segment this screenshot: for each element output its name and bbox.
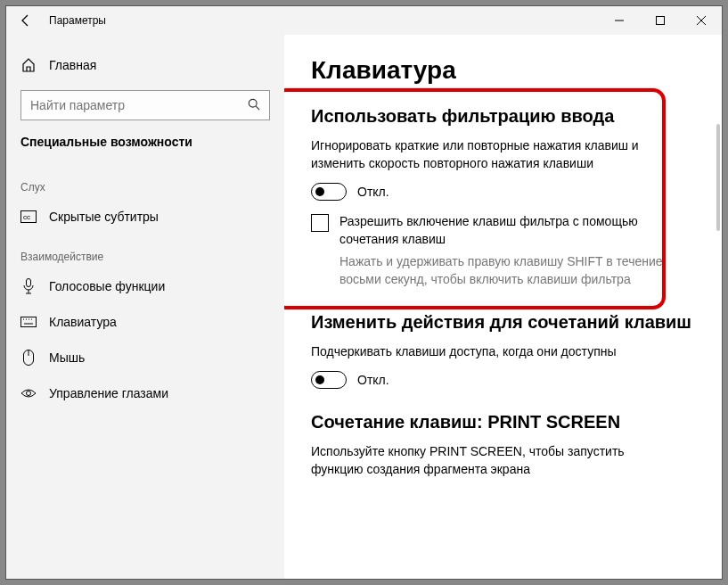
close-button[interactable]	[681, 6, 722, 35]
filter-desc: Игнорировать краткие или повторные нажат…	[311, 137, 650, 172]
section-filter-keys: Использовать фильтрацию ввода Игнорирова…	[311, 106, 695, 289]
underline-toggle-state: Откл.	[357, 373, 389, 387]
underline-toggle[interactable]	[311, 371, 347, 389]
nav-item-label: Скрытые субтитры	[49, 210, 159, 224]
svg-text:cc: cc	[23, 213, 30, 221]
close-icon	[697, 16, 706, 25]
group-label-interaction: Взаимодействие	[6, 235, 284, 268]
arrow-left-icon	[19, 13, 33, 28]
minimize-icon	[615, 16, 624, 25]
window-controls	[599, 6, 722, 35]
printscreen-heading: Сочетание клавиш: PRINT SCREEN	[311, 412, 695, 433]
search-input[interactable]	[30, 98, 248, 112]
settings-window: Параметры Главная Специальные возможност…	[5, 5, 723, 580]
nav-home-label: Главная	[49, 58, 96, 72]
printscreen-desc: Используйте кнопку PRINT SCREEN, чтобы з…	[311, 443, 650, 478]
nav-captions[interactable]: cc Скрытые субтитры	[6, 199, 284, 235]
maximize-button[interactable]	[640, 6, 681, 35]
group-label-hearing: Слух	[6, 165, 284, 199]
page-title: Клавиатура	[311, 56, 695, 85]
section-printscreen: Сочетание клавиш: PRINT SCREEN Используй…	[311, 412, 695, 478]
toggle-knob	[315, 375, 324, 384]
nav-home[interactable]: Главная	[6, 47, 284, 83]
svg-rect-8	[27, 279, 31, 287]
filter-heading: Использовать фильтрацию ввода	[311, 106, 695, 127]
filter-toggle-state: Откл.	[357, 185, 389, 199]
filter-shortcut-checkbox[interactable]	[311, 214, 329, 232]
home-icon	[20, 58, 37, 72]
nav-mouse[interactable]: Мышь	[6, 340, 284, 375]
search-icon	[248, 98, 260, 113]
nav-item-label: Управление глазами	[49, 386, 168, 400]
minimize-button[interactable]	[599, 6, 640, 35]
svg-rect-1	[657, 17, 665, 25]
maximize-icon	[656, 16, 665, 25]
content-pane: Клавиатура Использовать фильтрацию ввода…	[284, 35, 722, 579]
nav-item-label: Клавиатура	[49, 315, 117, 329]
keyboard-icon	[20, 314, 37, 330]
svg-line-5	[256, 106, 259, 110]
section-shortcut-behavior: Изменить действия для сочетаний клавиш П…	[311, 312, 695, 390]
titlebar: Параметры	[6, 6, 722, 35]
svg-point-4	[249, 99, 257, 107]
scrollbar-thumb[interactable]	[716, 124, 720, 231]
svg-point-17	[27, 391, 31, 396]
app-title: Параметры	[49, 14, 106, 27]
nav-item-label: Мышь	[49, 350, 85, 365]
eye-icon	[20, 385, 37, 401]
toggle-knob	[315, 187, 324, 196]
search-input-wrap[interactable]	[20, 90, 270, 120]
sidebar: Главная Специальные возможности Слух cc …	[6, 35, 284, 579]
microphone-icon	[20, 278, 37, 294]
nav-eye-control[interactable]: Управление глазами	[6, 375, 284, 411]
nav-speech[interactable]: Голосовые функции	[6, 268, 284, 304]
back-button[interactable]	[6, 6, 45, 35]
filter-toggle[interactable]	[311, 183, 347, 201]
nav-keyboard[interactable]: Клавиатура	[6, 304, 284, 340]
nav-item-label: Голосовые функции	[49, 279, 165, 293]
svg-rect-9	[21, 317, 37, 327]
shortcut-heading: Изменить действия для сочетаний клавиш	[311, 312, 695, 333]
mouse-icon	[20, 350, 37, 366]
category-title: Специальные возможности	[6, 133, 284, 165]
filter-checkbox-label: Разрешить включение клавиш фильтра с пом…	[339, 213, 667, 248]
filter-checkbox-hint: Нажать и удерживать правую клавишу SHIFT…	[339, 253, 669, 288]
captions-icon: cc	[20, 209, 37, 225]
shortcut-desc: Подчеркивать клавиши доступа, когда они …	[311, 343, 650, 361]
